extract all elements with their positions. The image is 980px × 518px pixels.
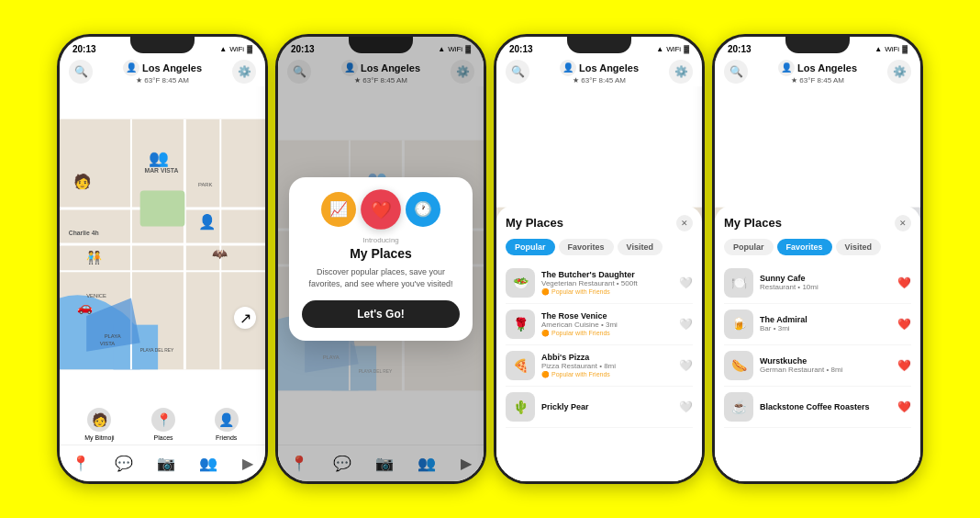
panel-close-btn[interactable]: ✕ <box>676 215 693 231</box>
my-places-modal: 📈 ❤️ 🕐 Introducing My Places Discover po… <box>289 177 473 341</box>
place-name: The Butcher's Daughter <box>541 270 673 279</box>
avatar-item[interactable]: 🧑 My Bitmoji <box>84 406 114 441</box>
place-item[interactable]: ☕ Blackstone Coffee Roasters ❤️ <box>724 387 911 428</box>
weather-info: ★ 63°F 8:45 AM <box>573 76 626 84</box>
search-icon-btn[interactable]: 🔍 <box>506 60 529 84</box>
tab-popular[interactable]: Popular <box>506 239 555 255</box>
favorite-icon[interactable]: ❤️ <box>897 359 911 372</box>
top-bar: 🔍 👤 Los Angeles ★ 63°F 8:45 AM ⚙️ <box>496 57 702 86</box>
place-item[interactable]: 🍽️ Sunny Cafe Restaurant • 10mi ❤️ <box>724 263 911 304</box>
favorite-icon[interactable]: 🤍 <box>679 318 693 331</box>
city-name: Los Angeles <box>797 62 857 73</box>
phones-container: 20:13 ▲ WiFi ▓ 🔍 👤 Los Angeles ★ 63°F 8:… <box>48 25 932 493</box>
avatar-label: Friends <box>216 434 237 441</box>
user-avatar: 👤 <box>123 60 139 76</box>
place-thumbnail: 🍺 <box>724 310 753 339</box>
svg-text:PARK: PARK <box>198 182 213 187</box>
favorite-icon[interactable]: 🤍 <box>679 359 693 372</box>
location-info: 👤 Los Angeles ★ 63°F 8:45 AM <box>529 60 669 84</box>
lets-go-button[interactable]: Let's Go! <box>302 300 460 328</box>
location-info: 👤 Los Angeles ★ 63°F 8:45 AM <box>93 60 232 84</box>
place-name: Sunny Cafe <box>760 274 891 283</box>
avatar-bar: 🧑 My Bitmoji 📍 Places 👤 Friends <box>60 402 265 445</box>
tab-visited[interactable]: Visited <box>618 239 663 255</box>
battery-icon: ▓ <box>247 45 252 53</box>
introducing-label: Introducing <box>302 236 460 244</box>
status-icons: ▲ WiFi ▓ <box>219 45 252 53</box>
my-places-panel: My Places ✕ PopularFavoritesVisited 🍽️ S… <box>715 206 920 481</box>
place-item[interactable]: 🍺 The Admiral Bar • 3mi ❤️ <box>724 304 911 345</box>
modal-title: My Places <box>302 246 460 261</box>
tab-visited[interactable]: Visited <box>836 239 881 255</box>
chat-nav[interactable]: 💬 <box>115 455 133 472</box>
favorite-icon[interactable]: ❤️ <box>897 400 911 413</box>
place-type: Pizza Restaurant • 8mi <box>541 362 673 370</box>
trending-icon-btn: 📈 <box>321 192 356 227</box>
panel-close-btn[interactable]: ✕ <box>895 215 911 231</box>
favorite-icon[interactable]: ❤️ <box>897 276 911 289</box>
place-thumbnail: 🌵 <box>506 392 535 422</box>
settings-icon-btn[interactable]: ⚙️ <box>887 60 911 84</box>
modal-icons-row: 📈 ❤️ 🕐 <box>302 192 460 227</box>
place-thumbnail: 🍕 <box>506 351 535 380</box>
signal-icon: ▲ <box>656 45 663 53</box>
favorite-icon[interactable]: ❤️ <box>897 318 911 331</box>
search-icon-btn[interactable]: 🔍 <box>69 60 93 84</box>
svg-text:Charlie 4h: Charlie 4h <box>69 230 99 236</box>
avatar-item[interactable]: 👤 Friends <box>213 406 240 441</box>
place-info: The Rose Venice American Cuisine • 3mi 🟠… <box>541 311 673 337</box>
bottom-nav: 📍💬📷👥▶ <box>60 445 265 481</box>
svg-text:VISTA: VISTA <box>100 341 116 346</box>
places-list: 🥗 The Butcher's Daughter Vegeterian Rest… <box>506 263 693 428</box>
place-name: The Admiral <box>760 315 891 324</box>
map-area: MAR VISTA VENICE PLAYA VISTA PLAYA DEL R… <box>60 86 265 402</box>
svg-text:👤: 👤 <box>198 213 217 231</box>
place-item[interactable]: 🍕 Abbi's Pizza Pizza Restaurant • 8mi 🟠P… <box>506 345 693 387</box>
phone-phone4: 20:13 ▲ WiFi ▓ 🔍 👤 Los Angeles ★ 63°F 8:… <box>712 34 923 484</box>
stories-nav[interactable]: ▶ <box>242 455 253 472</box>
place-item[interactable]: 🥗 The Butcher's Daughter Vegeterian Rest… <box>506 263 693 304</box>
place-name: Blackstone Coffee Roasters <box>760 402 891 411</box>
wifi-icon: WiFi <box>885 45 899 53</box>
tab-favorites[interactable]: Favorites <box>777 239 832 255</box>
phone-notch <box>785 37 850 53</box>
place-item[interactable]: 🌭 Wurstkuche German Restaurant • 8mi ❤️ <box>724 345 911 387</box>
friends-nav[interactable]: 👥 <box>199 455 217 472</box>
panel-title: My Places <box>724 216 782 230</box>
phone-notch <box>130 37 195 53</box>
battery-icon: ▓ <box>902 45 908 53</box>
avatar-item[interactable]: 📍 Places <box>150 406 177 441</box>
place-name: Prickly Pear <box>541 402 673 411</box>
place-info: Sunny Cafe Restaurant • 10mi <box>760 274 891 291</box>
svg-text:PLAYA DEL REY: PLAYA DEL REY <box>140 348 174 353</box>
signal-icon: ▲ <box>219 45 227 53</box>
map-nav[interactable]: 📍 <box>72 455 90 472</box>
tab-favorites[interactable]: Favorites <box>559 239 614 255</box>
location-arrow[interactable]: ↗ <box>234 307 256 329</box>
place-item[interactable]: 🌵 Prickly Pear 🤍 <box>506 387 693 428</box>
favorite-icon[interactable]: 🤍 <box>679 276 693 289</box>
svg-text:🚗: 🚗 <box>77 299 94 315</box>
svg-rect-8 <box>140 191 185 227</box>
phone-phone3: 20:13 ▲ WiFi ▓ 🔍 👤 Los Angeles ★ 63°F 8:… <box>494 34 705 484</box>
place-name: Abbi's Pizza <box>541 353 673 362</box>
place-info: The Admiral Bar • 3mi <box>760 315 891 332</box>
heart-icon-btn: ❤️ <box>361 189 401 230</box>
place-thumbnail: ☕ <box>724 392 753 422</box>
settings-icon-btn[interactable]: ⚙️ <box>232 60 256 84</box>
place-type: Vegeterian Restaurant • 500ft <box>541 279 673 287</box>
tab-popular[interactable]: Popular <box>724 239 774 255</box>
phone-notch <box>567 37 631 53</box>
camera-nav[interactable]: 📷 <box>157 455 175 472</box>
place-type: German Restaurant • 8mi <box>760 366 891 374</box>
favorite-icon[interactable]: 🤍 <box>679 400 693 413</box>
place-item[interactable]: 🌹 The Rose Venice American Cuisine • 3mi… <box>506 304 693 345</box>
place-name: The Rose Venice <box>541 311 673 321</box>
avatar-label: My Bitmoji <box>84 434 114 441</box>
place-thumbnail: 🌹 <box>506 310 535 339</box>
settings-icon-btn[interactable]: ⚙️ <box>669 60 693 84</box>
popular-label: 🟠Popular with Friends <box>541 330 673 337</box>
place-info: Wurstkuche German Restaurant • 8mi <box>760 356 891 374</box>
top-bar: 🔍 👤 Los Angeles ★ 63°F 8:45 AM ⚙️ <box>60 57 265 86</box>
search-icon-btn[interactable]: 🔍 <box>724 60 748 84</box>
